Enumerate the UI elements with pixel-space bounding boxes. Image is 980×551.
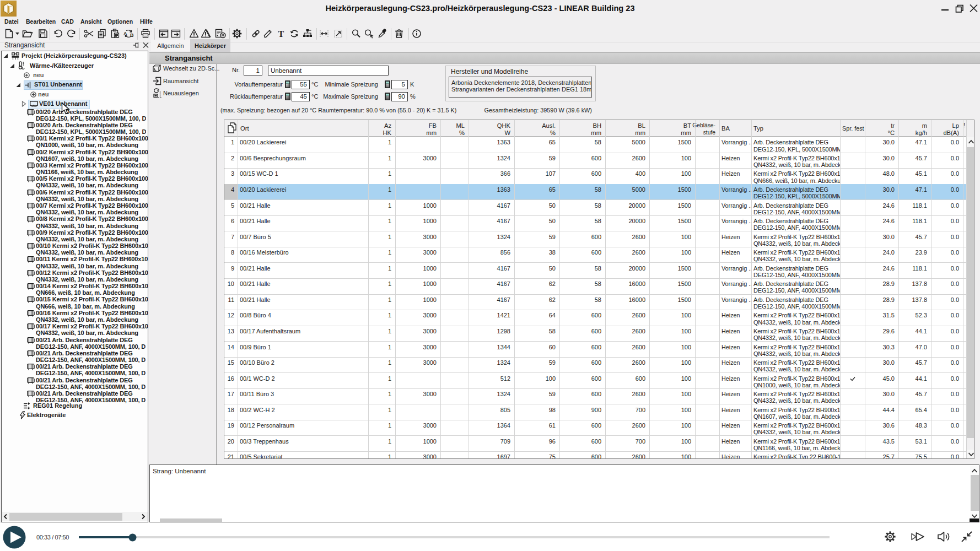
- svg-text:B: B: [130, 33, 134, 38]
- svg-text:T: T: [278, 29, 284, 39]
